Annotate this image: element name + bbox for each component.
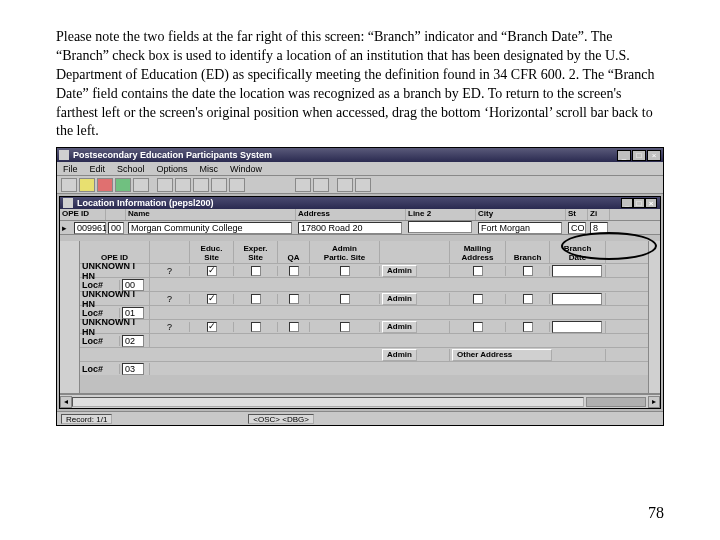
toolbar-button[interactable] <box>61 178 77 192</box>
locnum-field[interactable]: 02 <box>122 335 144 347</box>
menu-edit[interactable]: Edit <box>90 164 106 174</box>
close-button[interactable]: × <box>647 150 661 161</box>
other-address-button[interactable]: Other Address <box>452 349 552 361</box>
status-mode: <OSC> <DBG> <box>248 414 314 424</box>
admin-button[interactable]: Admin <box>382 265 417 277</box>
titlebar: Postsecondary Education Participants Sys… <box>57 148 663 162</box>
doc-min-button[interactable]: _ <box>621 198 633 208</box>
toolbar-button[interactable] <box>211 178 227 192</box>
branch-date-field[interactable] <box>552 265 602 277</box>
scroll-track[interactable] <box>72 397 584 407</box>
scroll-right-icon[interactable]: ▸ <box>648 396 660 408</box>
doc-window: Location Information (pepsl200) _ □ × OP… <box>59 196 661 409</box>
admin-button[interactable]: Admin <box>382 321 417 333</box>
col-line2: Line 2 <box>406 209 476 220</box>
line2-field[interactable] <box>408 221 472 233</box>
branch-checkbox[interactable] <box>523 266 533 276</box>
gh-blank <box>150 241 190 263</box>
admin-partic-checkbox[interactable] <box>340 294 350 304</box>
mailing-checkbox[interactable] <box>473 322 483 332</box>
toolbar-button[interactable] <box>157 178 173 192</box>
branch-date-field[interactable] <box>552 321 602 333</box>
maximize-button[interactable]: □ <box>632 150 646 161</box>
toolbar-button[interactable] <box>313 178 329 192</box>
menu-misc[interactable]: Misc <box>200 164 219 174</box>
qa-checkbox[interactable] <box>289 322 299 332</box>
exper-site-checkbox[interactable] <box>251 294 261 304</box>
branch-date-field[interactable] <box>552 293 602 305</box>
gh-exper-site: Exper. Site <box>234 241 278 263</box>
loc-field[interactable]: 00 <box>108 222 124 234</box>
table-row: UNKNOWN I HN ? Admin <box>80 291 660 305</box>
gh-educ-site: Educ. Site <box>190 241 234 263</box>
minimize-button[interactable]: _ <box>617 150 631 161</box>
st-field[interactable]: CO <box>568 222 586 234</box>
toolbar-button[interactable] <box>97 178 113 192</box>
detail-section: OPE ID Educ. Site Exper. Site QA Admin P… <box>60 241 660 394</box>
gh-mailing: Mailing Address <box>450 241 506 263</box>
mailing-checkbox[interactable] <box>473 266 483 276</box>
exper-site-checkbox[interactable] <box>251 266 261 276</box>
city-field[interactable]: Fort Morgan <box>478 222 562 234</box>
toolbar-button[interactable] <box>133 178 149 192</box>
row-label: UNKNOWN I HN <box>80 317 150 337</box>
toolbar-button[interactable] <box>295 178 311 192</box>
toolbar-button[interactable] <box>229 178 245 192</box>
opeid-field[interactable]: 009961 <box>74 222 106 234</box>
query-icon[interactable]: ? <box>167 266 172 276</box>
col-city: City <box>476 209 566 220</box>
admin-partic-checkbox[interactable] <box>340 322 350 332</box>
query-icon[interactable]: ? <box>167 294 172 304</box>
toolbar-button[interactable] <box>355 178 371 192</box>
name-field[interactable]: Morgan Community College <box>128 222 292 234</box>
doc-max-button[interactable]: □ <box>633 198 645 208</box>
toolbar-button[interactable] <box>193 178 209 192</box>
menu-file[interactable]: File <box>63 164 78 174</box>
menu-options[interactable]: Options <box>157 164 188 174</box>
record-ruler <box>60 241 80 393</box>
col-loc <box>106 209 126 220</box>
toolbar-button[interactable] <box>175 178 191 192</box>
grid-block: UNKNOWN I HN ? Admin Loc# 02 <box>80 319 660 347</box>
col-opeid: OPE ID <box>60 209 106 220</box>
col-zip: Zi <box>588 209 610 220</box>
locnum-field[interactable]: 03 <box>122 363 144 375</box>
mailing-checkbox[interactable] <box>473 294 483 304</box>
app-window: Postsecondary Education Participants Sys… <box>56 147 664 426</box>
educ-site-checkbox[interactable] <box>207 266 217 276</box>
educ-site-checkbox[interactable] <box>207 322 217 332</box>
vertical-scrollbar[interactable] <box>648 241 660 393</box>
toolbar-button[interactable] <box>115 178 131 192</box>
table-row: UNKNOWN I HN ? Admin <box>80 319 660 333</box>
table-row: Admin Other Address <box>80 347 660 361</box>
col-st: St <box>566 209 588 220</box>
educ-site-checkbox[interactable] <box>207 294 217 304</box>
doc-close-button[interactable]: × <box>645 198 657 208</box>
scroll-left-icon[interactable]: ◂ <box>60 396 72 408</box>
toolbar <box>57 176 663 194</box>
admin-button[interactable]: Admin <box>382 293 417 305</box>
admin-button[interactable]: Admin <box>382 349 417 361</box>
query-icon[interactable]: ? <box>167 322 172 332</box>
toolbar-button[interactable] <box>337 178 353 192</box>
branch-checkbox[interactable] <box>523 294 533 304</box>
qa-checkbox[interactable] <box>289 294 299 304</box>
menu-window[interactable]: Window <box>230 164 262 174</box>
toolbar-button[interactable] <box>79 178 95 192</box>
table-row-loc: Loc# 03 <box>80 361 660 375</box>
row-label: UNKNOWN I HN <box>80 261 150 281</box>
statusbar: Record: 1/1 <OSC> <DBG> <box>57 411 663 425</box>
scroll-thumb[interactable] <box>586 397 646 407</box>
menu-school[interactable]: School <box>117 164 145 174</box>
address-field[interactable]: 17800 Road 20 <box>298 222 402 234</box>
admin-partic-checkbox[interactable] <box>340 266 350 276</box>
qa-checkbox[interactable] <box>289 266 299 276</box>
gh-qa: QA <box>278 241 310 263</box>
horizontal-scrollbar[interactable]: ◂ ▸ <box>60 394 660 408</box>
grid-block: Admin Other Address Loc# 03 <box>80 347 660 375</box>
exper-site-checkbox[interactable] <box>251 322 261 332</box>
loc-label: Loc# <box>80 364 120 374</box>
row-selector-icon[interactable]: ▸ <box>62 223 67 233</box>
branch-checkbox[interactable] <box>523 322 533 332</box>
top-data-row: ▸ 009961 00 Morgan Community College 178… <box>60 221 660 235</box>
